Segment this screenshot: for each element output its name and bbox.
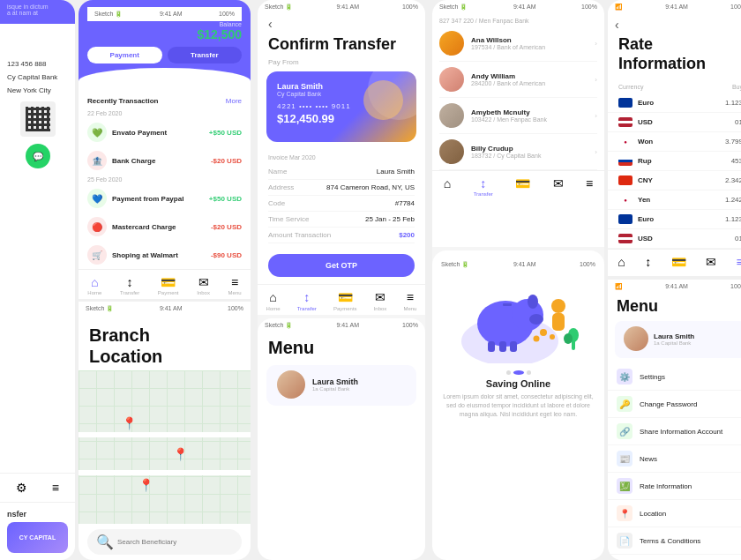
rate-row-euro: Euro 1.123 <box>608 93 741 113</box>
p4-nav-inbox[interactable]: ✉ <box>553 176 564 197</box>
p5-nav-inbox[interactable]: ✉ <box>706 255 716 269</box>
rate-won: 3.799 <box>725 138 741 146</box>
p3b-battery: 100% <box>402 322 418 329</box>
p3-nav-inbox[interactable]: ✉ Inbox <box>374 290 387 311</box>
p5-back-icon[interactable]: ‹ <box>608 14 741 35</box>
p3-nav-payments[interactable]: 💳 Payments <box>333 290 357 311</box>
txn-amount-walmart: -$90 USD <box>211 251 242 259</box>
p4-nav-menu[interactable]: ≡ <box>586 176 593 197</box>
rate-table-header: Currency Buy <box>608 80 741 93</box>
p4-nav-home[interactable]: ⌂ <box>444 176 451 197</box>
nav-payment-label: Payment <box>158 290 179 295</box>
flag-won: ● <box>618 137 632 146</box>
p5-nav-payment[interactable]: 💳 <box>671 255 686 269</box>
rate-yen: 1.242 <box>725 196 741 204</box>
time-label: Time Service <box>268 215 309 223</box>
nav-icon-settings[interactable]: ⚙ <box>16 481 27 495</box>
search-beneficiary[interactable]: 🔍 <box>87 529 242 555</box>
p2-more-link[interactable]: More <box>226 97 242 105</box>
p5-nav-menu[interactable]: ≡ <box>737 255 741 269</box>
chevron-icon-billy: › <box>595 148 597 156</box>
rate-label: Rate Information <box>640 482 741 490</box>
menu-item-password[interactable]: 🔑 Change Password <box>608 391 741 418</box>
p3-nav-menu[interactable]: ≡ Menu <box>403 290 416 311</box>
transfer-button[interactable]: Transfer <box>168 47 243 63</box>
menu-item-news[interactable]: 📰 News <box>608 445 741 473</box>
contact-sub-amybeth: 103422 / Men Fanpac Bank <box>471 116 588 123</box>
svg-point-12 <box>550 334 555 340</box>
location-label: Location <box>640 510 741 518</box>
svg-point-16 <box>564 333 573 344</box>
p2-status-battery: 100% <box>219 11 235 18</box>
amount-value: $200 <box>399 231 415 239</box>
contact-ana[interactable]: Ana Willson 197534 / Bank of American › <box>439 26 597 62</box>
txn-amount-mc: -$20 USD <box>211 223 242 231</box>
menu-item-rate[interactable]: 💹 Rate Information <box>608 473 741 500</box>
p5-time: 9:41 AM <box>665 4 688 11</box>
form-row-time: Time Service 25 Jan - 25 Feb <box>268 212 415 228</box>
p5b-menu-title: Menu <box>608 294 741 321</box>
p3-inbox-label: Inbox <box>374 306 387 311</box>
name-label: Name <box>268 168 287 175</box>
form-row-code: Code #7784 <box>268 196 415 212</box>
svg-point-9 <box>551 299 565 313</box>
nav-icon-menu[interactable]: ≡ <box>52 481 59 495</box>
p5-nav-transfer[interactable]: ↕ <box>645 255 651 269</box>
saving-section: Sketch 🔋 9:41 AM 100% <box>432 250 604 560</box>
search-input[interactable] <box>117 538 233 546</box>
contact-billy[interactable]: Billy Crudup 183732 / Cy Capital Bank › <box>439 134 597 170</box>
saving-desc: Lorem ipsum dolor sit amet, consectetur … <box>441 392 595 418</box>
txn-icon-bank: 🏦 <box>87 151 107 170</box>
whatsapp-icon[interactable]: 💬 <box>26 144 50 168</box>
panel-4: Sketch 🔋 9:41 AM 100% 827 347 220 / Men … <box>432 0 604 560</box>
payment-button[interactable]: Payment <box>87 47 162 63</box>
menu-item-terms[interactable]: 📄 Terms & Conditions <box>608 527 741 555</box>
dot-1 <box>506 370 511 375</box>
menu-item-location[interactable]: 📍 Location <box>608 500 741 527</box>
p3-nav-home[interactable]: ⌂ Home <box>266 290 281 311</box>
txn-item-paypal: 💙 Payment from Paypal +$50 USD <box>79 184 251 213</box>
txn-icon-mc: 🔴 <box>87 217 107 236</box>
svg-point-3 <box>528 295 538 309</box>
p4-nav-payments[interactable]: 💳 <box>515 176 530 197</box>
txn-item-bank: 🏦 Bank Charge -$20 USD <box>79 146 251 175</box>
currency-usd: USD <box>638 118 730 126</box>
p3-menu-icon: ≡ <box>407 290 414 304</box>
p5-inbox-icon: ✉ <box>706 255 716 269</box>
confirm-transfer-title: Confirm Transfer <box>258 35 425 58</box>
currency-rup: Rup <box>638 157 726 165</box>
p4-status-bar: Sketch 🔋 9:41 AM 100% <box>432 0 604 14</box>
address-label: Address <box>268 183 294 191</box>
p5-nav-home[interactable]: ⌂ <box>618 255 625 269</box>
terms-icon: 📄 <box>617 533 632 549</box>
contact-sub-andy: 284200 / Bank of American <box>471 80 588 86</box>
p3-menu-label: Menu <box>403 306 416 311</box>
menu-item-settings[interactable]: ⚙️ Settings <box>608 363 741 391</box>
contact-amybeth[interactable]: Amybeth Mcnulty 103422 / Men Fanpac Bank… <box>439 98 597 134</box>
nav-menu[interactable]: ≡ Menu <box>228 275 242 295</box>
settings-label: Settings <box>640 373 741 381</box>
p4-nav-transfer[interactable]: ↕ Transfer <box>474 176 493 197</box>
menu-item-share[interactable]: 🔗 Share Information Account <box>608 418 741 445</box>
get-otp-button[interactable]: Get OTP <box>268 254 415 277</box>
map-pin-1: 📍 <box>122 416 137 430</box>
nav-home[interactable]: ⌂ Home <box>87 275 101 295</box>
p3-nav-transfer[interactable]: ↕ Transfer <box>297 290 317 311</box>
branch-map: 📍 📍 📍 <box>79 370 251 524</box>
rate-row-euro2: Euro 1.123 <box>608 210 741 229</box>
nav-inbox-label: Inbox <box>197 290 210 295</box>
p3-transfer-label: Transfer <box>297 306 317 311</box>
time-value: 25 Jan - 25 Feb <box>365 215 415 223</box>
p1-qr-code <box>20 101 56 137</box>
back-icon[interactable]: ‹ <box>268 17 273 31</box>
p2-header: Sketch 🔋 9:41 AM 100% Balance $12,500 Pa… <box>79 0 251 81</box>
p1-transfer-label: nsfer <box>7 510 68 519</box>
p2-balance-label: Balance <box>87 21 242 27</box>
p2-date1: 22 Feb 2020 <box>79 108 251 118</box>
nav-transfer[interactable]: ↕ Transfer <box>120 275 139 295</box>
txn-name-walmart: Shoping at Walmart <box>112 251 206 259</box>
nav-inbox[interactable]: ✉ Inbox <box>197 275 210 295</box>
contact-andy[interactable]: Andy William 284200 / Bank of American › <box>439 62 597 98</box>
p4-battery2: 100% <box>580 261 595 268</box>
nav-payment[interactable]: 💳 Payment <box>158 275 179 295</box>
